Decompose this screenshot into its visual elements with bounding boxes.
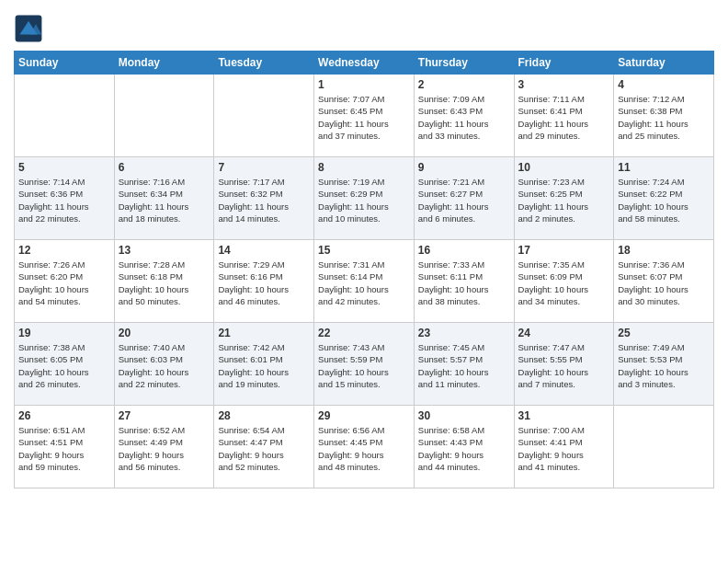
day-number: 24 bbox=[518, 327, 610, 339]
day-number: 14 bbox=[218, 244, 310, 257]
day-number: 23 bbox=[418, 327, 510, 339]
calendar-cell: 6Sunrise: 7:16 AM Sunset: 6:34 PM Daylig… bbox=[114, 157, 214, 240]
calendar-cell: 29Sunrise: 6:56 AM Sunset: 4:45 PM Dayli… bbox=[314, 406, 415, 488]
calendar-cell: 31Sunrise: 7:00 AM Sunset: 4:41 PM Dayli… bbox=[514, 406, 614, 488]
day-number: 25 bbox=[618, 327, 710, 339]
day-number: 10 bbox=[518, 161, 610, 174]
day-number: 12 bbox=[18, 244, 110, 257]
calendar-cell: 28Sunrise: 6:54 AM Sunset: 4:47 PM Dayli… bbox=[214, 406, 314, 488]
calendar-cell: 12Sunrise: 7:26 AM Sunset: 6:20 PM Dayli… bbox=[15, 240, 115, 323]
weekday-header-friday: Friday bbox=[514, 52, 614, 75]
calendar-cell: 15Sunrise: 7:31 AM Sunset: 6:14 PM Dayli… bbox=[314, 240, 415, 323]
day-content: Sunrise: 7:21 AM Sunset: 6:27 PM Dayligh… bbox=[418, 176, 510, 224]
calendar-cell: 5Sunrise: 7:14 AM Sunset: 6:36 PM Daylig… bbox=[15, 157, 115, 240]
day-number: 18 bbox=[618, 244, 710, 257]
day-number: 5 bbox=[18, 161, 110, 174]
calendar-cell: 20Sunrise: 7:40 AM Sunset: 6:03 PM Dayli… bbox=[114, 323, 214, 406]
day-number: 11 bbox=[618, 161, 710, 174]
day-content: Sunrise: 7:35 AM Sunset: 6:09 PM Dayligh… bbox=[518, 259, 610, 307]
calendar-cell: 2Sunrise: 7:09 AM Sunset: 6:43 PM Daylig… bbox=[414, 75, 514, 157]
day-content: Sunrise: 7:19 AM Sunset: 6:29 PM Dayligh… bbox=[318, 176, 410, 224]
day-content: Sunrise: 7:40 AM Sunset: 6:03 PM Dayligh… bbox=[119, 341, 210, 390]
day-content: Sunrise: 6:51 AM Sunset: 4:51 PM Dayligh… bbox=[18, 424, 110, 473]
day-content: Sunrise: 7:24 AM Sunset: 6:22 PM Dayligh… bbox=[618, 176, 710, 224]
day-number: 22 bbox=[318, 327, 410, 339]
weekday-header-tuesday: Tuesday bbox=[214, 52, 314, 75]
day-number: 7 bbox=[218, 161, 310, 174]
day-number: 26 bbox=[18, 409, 110, 422]
weekday-header-wednesday: Wednesday bbox=[314, 52, 415, 75]
day-content: Sunrise: 7:28 AM Sunset: 6:18 PM Dayligh… bbox=[119, 259, 210, 307]
calendar-week-row: 19Sunrise: 7:38 AM Sunset: 6:05 PM Dayli… bbox=[15, 323, 714, 406]
weekday-header-saturday: Saturday bbox=[614, 52, 714, 75]
day-number: 31 bbox=[518, 409, 610, 422]
calendar-cell: 22Sunrise: 7:43 AM Sunset: 5:59 PM Dayli… bbox=[314, 323, 415, 406]
calendar-cell: 9Sunrise: 7:21 AM Sunset: 6:27 PM Daylig… bbox=[414, 157, 514, 240]
day-content: Sunrise: 7:12 AM Sunset: 6:38 PM Dayligh… bbox=[618, 93, 710, 142]
day-content: Sunrise: 6:54 AM Sunset: 4:47 PM Dayligh… bbox=[218, 424, 310, 473]
calendar-header: SundayMondayTuesdayWednesdayThursdayFrid… bbox=[15, 52, 714, 75]
day-number: 1 bbox=[318, 78, 410, 91]
calendar-week-row: 5Sunrise: 7:14 AM Sunset: 6:36 PM Daylig… bbox=[15, 157, 714, 240]
day-number: 30 bbox=[418, 409, 510, 422]
calendar-cell bbox=[614, 406, 714, 488]
calendar-cell: 10Sunrise: 7:23 AM Sunset: 6:25 PM Dayli… bbox=[514, 157, 614, 240]
calendar-cell: 19Sunrise: 7:38 AM Sunset: 6:05 PM Dayli… bbox=[15, 323, 115, 406]
day-content: Sunrise: 6:58 AM Sunset: 4:43 PM Dayligh… bbox=[418, 424, 510, 473]
day-content: Sunrise: 7:16 AM Sunset: 6:34 PM Dayligh… bbox=[119, 176, 210, 224]
weekday-header-sunday: Sunday bbox=[15, 52, 115, 75]
calendar-cell: 11Sunrise: 7:24 AM Sunset: 6:22 PM Dayli… bbox=[614, 157, 714, 240]
calendar-cell: 27Sunrise: 6:52 AM Sunset: 4:49 PM Dayli… bbox=[114, 406, 214, 488]
calendar-cell: 23Sunrise: 7:45 AM Sunset: 5:57 PM Dayli… bbox=[414, 323, 514, 406]
logo bbox=[14, 14, 47, 43]
day-number: 17 bbox=[518, 244, 610, 257]
calendar-cell: 25Sunrise: 7:49 AM Sunset: 5:53 PM Dayli… bbox=[614, 323, 714, 406]
calendar-cell: 1Sunrise: 7:07 AM Sunset: 6:45 PM Daylig… bbox=[314, 75, 415, 157]
day-content: Sunrise: 7:14 AM Sunset: 6:36 PM Dayligh… bbox=[18, 176, 110, 224]
day-number: 21 bbox=[218, 327, 310, 339]
calendar-cell: 21Sunrise: 7:42 AM Sunset: 6:01 PM Dayli… bbox=[214, 323, 314, 406]
header bbox=[14, 14, 714, 43]
calendar-cell: 26Sunrise: 6:51 AM Sunset: 4:51 PM Dayli… bbox=[15, 406, 115, 488]
day-number: 3 bbox=[518, 78, 610, 91]
day-content: Sunrise: 7:00 AM Sunset: 4:41 PM Dayligh… bbox=[518, 424, 610, 473]
day-content: Sunrise: 7:43 AM Sunset: 5:59 PM Dayligh… bbox=[318, 341, 410, 390]
day-content: Sunrise: 6:52 AM Sunset: 4:49 PM Dayligh… bbox=[119, 424, 210, 473]
day-content: Sunrise: 7:45 AM Sunset: 5:57 PM Dayligh… bbox=[418, 341, 510, 390]
day-content: Sunrise: 7:07 AM Sunset: 6:45 PM Dayligh… bbox=[318, 93, 410, 142]
day-number: 6 bbox=[119, 161, 210, 174]
calendar-cell: 13Sunrise: 7:28 AM Sunset: 6:18 PM Dayli… bbox=[114, 240, 214, 323]
day-content: Sunrise: 7:38 AM Sunset: 6:05 PM Dayligh… bbox=[18, 341, 110, 390]
day-content: Sunrise: 7:36 AM Sunset: 6:07 PM Dayligh… bbox=[618, 259, 710, 307]
calendar-week-row: 12Sunrise: 7:26 AM Sunset: 6:20 PM Dayli… bbox=[15, 240, 714, 323]
day-number: 13 bbox=[119, 244, 210, 257]
day-content: Sunrise: 7:42 AM Sunset: 6:01 PM Dayligh… bbox=[218, 341, 310, 390]
day-content: Sunrise: 7:33 AM Sunset: 6:11 PM Dayligh… bbox=[418, 259, 510, 307]
calendar-cell: 17Sunrise: 7:35 AM Sunset: 6:09 PM Dayli… bbox=[514, 240, 614, 323]
calendar-cell: 18Sunrise: 7:36 AM Sunset: 6:07 PM Dayli… bbox=[614, 240, 714, 323]
day-number: 16 bbox=[418, 244, 510, 257]
day-content: Sunrise: 7:47 AM Sunset: 5:55 PM Dayligh… bbox=[518, 341, 610, 390]
day-content: Sunrise: 6:56 AM Sunset: 4:45 PM Dayligh… bbox=[318, 424, 410, 473]
calendar-cell: 16Sunrise: 7:33 AM Sunset: 6:11 PM Dayli… bbox=[414, 240, 514, 323]
day-number: 9 bbox=[418, 161, 510, 174]
calendar-cell: 24Sunrise: 7:47 AM Sunset: 5:55 PM Dayli… bbox=[514, 323, 614, 406]
weekday-header-row: SundayMondayTuesdayWednesdayThursdayFrid… bbox=[15, 52, 714, 75]
calendar-table: SundayMondayTuesdayWednesdayThursdayFrid… bbox=[14, 51, 714, 488]
calendar-body: 1Sunrise: 7:07 AM Sunset: 6:45 PM Daylig… bbox=[15, 75, 714, 488]
day-number: 20 bbox=[119, 327, 210, 339]
calendar-week-row: 1Sunrise: 7:07 AM Sunset: 6:45 PM Daylig… bbox=[15, 75, 714, 157]
day-number: 15 bbox=[318, 244, 410, 257]
weekday-header-monday: Monday bbox=[114, 52, 214, 75]
calendar-week-row: 26Sunrise: 6:51 AM Sunset: 4:51 PM Dayli… bbox=[15, 406, 714, 488]
calendar-cell: 8Sunrise: 7:19 AM Sunset: 6:29 PM Daylig… bbox=[314, 157, 415, 240]
day-content: Sunrise: 7:49 AM Sunset: 5:53 PM Dayligh… bbox=[618, 341, 710, 390]
weekday-header-thursday: Thursday bbox=[414, 52, 514, 75]
calendar-cell bbox=[114, 75, 214, 157]
logo-icon bbox=[14, 14, 43, 43]
calendar-cell: 14Sunrise: 7:29 AM Sunset: 6:16 PM Dayli… bbox=[214, 240, 314, 323]
day-content: Sunrise: 7:11 AM Sunset: 6:41 PM Dayligh… bbox=[518, 93, 610, 142]
day-number: 28 bbox=[218, 409, 310, 422]
day-number: 29 bbox=[318, 409, 410, 422]
day-number: 2 bbox=[418, 78, 510, 91]
